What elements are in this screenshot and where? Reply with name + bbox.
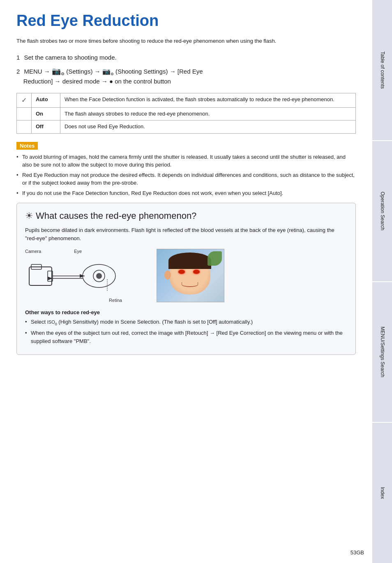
diagram-left: Camera Eye <box>25 249 144 303</box>
sidebar-tab-menu[interactable]: MENU/Settings Search <box>372 282 392 423</box>
diagram-svg-element <box>25 255 144 300</box>
tip-icon: ☀︎ <box>25 211 33 221</box>
camera-label: Camera <box>25 249 41 254</box>
sidebar-tab-operation[interactable]: Operation Search <box>372 141 392 282</box>
tip-box: ☀︎ What causes the red-eye phenomenon? P… <box>16 203 356 355</box>
step-1-num: 1 <box>16 54 20 61</box>
notes-box: Notes To avoid blurring of images, hold … <box>16 142 356 197</box>
tip-description: Pupils become dilated in dark environmen… <box>25 226 347 242</box>
step-2-num: 2 <box>16 68 20 75</box>
off-label: Off <box>32 120 60 133</box>
diagram-right <box>157 249 224 302</box>
eye-label: Eye <box>74 249 82 254</box>
step-1: 1 Set the camera to shooting mode. <box>16 53 356 63</box>
sidebar: Table of contents Operation Search MENU/… <box>372 0 392 563</box>
tip-title: ☀︎ What causes the red-eye phenomenon? <box>25 211 347 221</box>
sidebar-tab-index-label: Index <box>379 487 385 499</box>
on-desc: The flash always strobes to reduce the r… <box>60 108 356 120</box>
auto-icon-cell: ✓ <box>17 93 32 107</box>
notes-item-3: If you do not use the Face Detection fun… <box>16 189 356 197</box>
step-2: 2 MENU → 📷⚙ (Settings) → 📷⚙ (Shooting Se… <box>16 66 356 86</box>
intro-text: The flash strobes two or more times befo… <box>16 37 356 45</box>
other-ways-item-2: When the eyes of the subject turn out re… <box>25 329 347 345</box>
diagram-svg: Camera Eye <box>25 249 144 303</box>
tip-title-text: What causes the red-eye phenomenon? <box>36 211 196 221</box>
table-row: Off Does not use Red Eye Reduction. <box>17 120 356 133</box>
table-row: On The flash always strobes to reduce th… <box>17 108 356 120</box>
on-icon-cell <box>17 108 32 120</box>
page-number: 53GB <box>350 549 364 556</box>
svg-point-6 <box>96 273 102 279</box>
sidebar-tab-menu-label: MENU/Settings Search <box>379 327 385 377</box>
table-row: ✓ Auto When the Face Detection function … <box>17 93 356 107</box>
other-ways-list: Select ISO0 (High Sensitivity) mode in S… <box>25 318 347 345</box>
on-label: On <box>32 108 60 120</box>
notes-list: To avoid blurring of images, hold the ca… <box>16 153 356 197</box>
step-2-text: MENU → 📷⚙ (Settings) → 📷⚙ (Shooting Sett… <box>16 68 203 85</box>
settings-table: ✓ Auto When the Face Detection function … <box>16 93 356 134</box>
sidebar-tab-toc-label: Table of contents <box>379 51 385 89</box>
sidebar-tab-operation-label: Operation Search <box>379 192 385 230</box>
other-ways-title: Other ways to reduce red-eye <box>25 309 347 315</box>
diagram-area: Camera Eye <box>25 249 347 303</box>
sidebar-tab-toc[interactable]: Table of contents <box>372 0 392 141</box>
page-title: Red Eye Reduction <box>16 12 356 30</box>
step-1-text: Set the camera to shooting mode. <box>24 54 117 61</box>
auto-desc: When the Face Detection function is acti… <box>60 93 356 107</box>
off-icon-cell <box>17 120 32 133</box>
auto-label: Auto <box>32 93 60 107</box>
steps-section: 1 Set the camera to shooting mode. 2 MEN… <box>16 53 356 86</box>
other-ways-section: Other ways to reduce red-eye Select ISO0… <box>25 309 347 345</box>
main-content: Red Eye Reduction The flash strobes two … <box>0 0 372 563</box>
notes-item-1: To avoid blurring of images, hold the ca… <box>16 153 356 169</box>
sidebar-tab-index[interactable]: Index <box>372 423 392 563</box>
retina-label: Retina <box>109 298 122 303</box>
notes-label: Notes <box>16 142 38 150</box>
off-desc: Does not use Red Eye Reduction. <box>60 120 356 133</box>
notes-item-2: Red Eye Reduction may not produce the de… <box>16 171 356 187</box>
other-ways-item-1: Select ISO0 (High Sensitivity) mode in S… <box>25 318 347 327</box>
